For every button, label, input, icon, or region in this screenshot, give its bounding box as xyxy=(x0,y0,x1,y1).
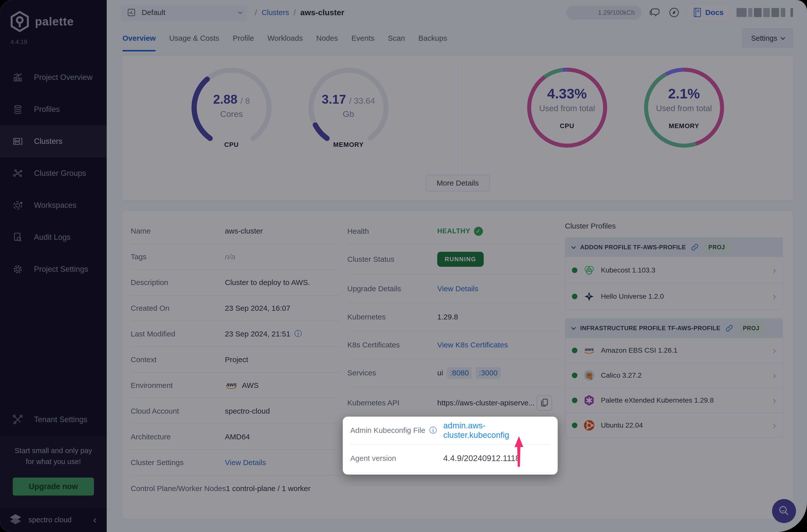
profile-item-name: Ubuntu 22.04 xyxy=(601,421,643,429)
memory-gauge: 3.17 / 33.64 Gb MEMORY xyxy=(306,65,391,150)
detail-label: Name xyxy=(131,227,225,235)
agent-version-value: 4.4.9/20240912.1118 xyxy=(443,454,520,463)
service-port-8080-link[interactable]: :8080 xyxy=(447,367,472,379)
detail-row-services: Services ui :8080 :3000 xyxy=(347,359,559,387)
profile-item-name: Calico 3.27.2 xyxy=(601,372,642,379)
detail-row-nodes: Control Plane/Worker Nodes 1 control-pla… xyxy=(131,476,339,501)
chat-button[interactable] xyxy=(649,6,661,18)
memory-usage-caption: Used from total xyxy=(656,104,712,113)
sidebar-item-cluster-groups[interactable]: Cluster Groups xyxy=(0,157,107,189)
tab-nodes[interactable]: Nodes xyxy=(316,25,338,52)
cpu-capacity: / 8 xyxy=(240,96,250,106)
cpu-usage-donut: 4.33% Used from total CPU xyxy=(525,65,609,150)
sidebar-item-label: Tenant Settings xyxy=(34,415,88,424)
last-modified-value: 23 Sep 2024, 21:51 xyxy=(225,330,290,338)
search-fab-button[interactable] xyxy=(772,499,796,523)
breadcrumb-current: aws-cluster xyxy=(300,8,344,17)
profile-item-amazon-ebs-csi[interactable]: aws Amazon EBS CSI 1.26.1 › xyxy=(565,338,783,363)
more-details-button[interactable]: More Details xyxy=(426,175,490,192)
detail-label: Last Modified xyxy=(131,330,225,338)
addon-profile-header[interactable]: ADDON PROFILE TF-AWS-PROFILE PROJ xyxy=(565,238,783,257)
tab-profile[interactable]: Profile xyxy=(233,25,254,52)
memory-capacity: / 33.64 xyxy=(349,96,375,106)
detail-label: Cloud Account xyxy=(131,407,225,415)
sidebar-item-label: Profiles xyxy=(34,105,60,114)
sidebar-item-tenant-settings[interactable]: Tenant Settings xyxy=(0,404,107,436)
docs-button[interactable]: Docs xyxy=(687,4,729,20)
detail-row-last-modified: Last Modified 23 Sep 2024, 21:51 ⓘ xyxy=(131,321,339,347)
pointer-arrow xyxy=(514,437,523,467)
nodes-icon xyxy=(12,168,23,179)
agent-version-label: Agent version xyxy=(350,454,396,462)
calico-icon xyxy=(583,369,595,382)
view-details-link[interactable]: View Details xyxy=(225,458,266,467)
copy-button[interactable] xyxy=(537,395,552,411)
logo-wordmark: palette xyxy=(35,15,74,28)
tab-workloads[interactable]: Workloads xyxy=(267,25,303,52)
pxk-icon xyxy=(583,394,595,406)
info-icon[interactable]: ⓘ xyxy=(294,329,302,339)
check-icon: ✓ xyxy=(474,227,483,236)
info-icon[interactable]: ⓘ xyxy=(429,425,437,436)
settings-button[interactable]: Settings xyxy=(743,28,793,48)
detail-row-context: Context Project xyxy=(131,347,339,373)
admin-kubeconfig-download-link[interactable]: admin.aws-cluster.kubeconfig xyxy=(443,421,550,440)
profile-item-palette-extended-kubernetes[interactable]: Palette eXtended Kubernetes 1.29.8 › xyxy=(565,388,783,413)
gear-icon xyxy=(12,264,23,275)
detail-label: Kubernetes xyxy=(347,313,437,321)
sidebar-item-clusters[interactable]: Clusters xyxy=(0,126,107,157)
detail-label: Kubernetes API xyxy=(347,399,437,407)
chevron-right-icon: › xyxy=(773,420,776,431)
profile-item-kubecost[interactable]: Kubecost 1.103.3 › xyxy=(565,257,783,283)
memory-usage-donut: 2.1% Used from total MEMORY xyxy=(642,65,727,150)
collapse-sidebar-icon[interactable]: ‹ xyxy=(93,514,97,526)
tab-events[interactable]: Events xyxy=(351,25,374,52)
profile-item-calico[interactable]: Calico 3.27.2 › xyxy=(565,363,783,388)
service-port-3000-link[interactable]: :3000 xyxy=(476,367,501,379)
book-icon xyxy=(693,7,702,18)
detail-value: 23 Sep 2024, 21:51 ⓘ xyxy=(225,329,302,339)
capacity-gauges: 2.88 / 8 Cores CPU xyxy=(123,56,457,200)
help-button[interactable] xyxy=(668,7,680,18)
kubernetes-version: 1.29.8 xyxy=(437,313,458,321)
project-selector[interactable]: Default xyxy=(121,4,247,20)
status-badge: RUNNING xyxy=(437,252,484,267)
upgrade-now-button[interactable]: Upgrade now xyxy=(13,478,94,496)
sidebar-item-audit-logs[interactable]: Audit Logs xyxy=(0,221,107,253)
sidebar-item-project-overview[interactable]: Project Overview xyxy=(0,61,107,93)
cpu-usage-percent: 4.33% xyxy=(547,86,587,102)
breadcrumb-clusters-link[interactable]: Clusters xyxy=(262,8,289,17)
sidebar-item-project-settings[interactable]: Project Settings xyxy=(0,253,107,285)
link-icon xyxy=(691,243,699,251)
profile-item-hello-universe[interactable]: Hello Universe 1.2.0 › xyxy=(565,283,783,309)
detail-label: Admin Kubeconfig File ⓘ xyxy=(350,425,443,436)
search-icon xyxy=(777,505,790,517)
tools-icon xyxy=(12,414,23,425)
sidebar-item-label: Project Overview xyxy=(34,73,92,82)
upgrade-view-details-link[interactable]: View Details xyxy=(437,284,478,293)
detail-label: Agent version xyxy=(350,454,443,462)
tab-backups[interactable]: Backups xyxy=(418,25,447,52)
breadcrumb: / Clusters / aws-cluster xyxy=(255,8,344,17)
status-dot xyxy=(572,373,577,378)
detail-value: aws-cluster xyxy=(225,227,263,235)
sidebar-item-workspaces[interactable]: Workspaces xyxy=(0,189,107,221)
app-version: 4.4.19 xyxy=(0,32,107,45)
profile-item-ubuntu[interactable]: Ubuntu 22.04 › xyxy=(565,413,783,438)
status-dot xyxy=(572,423,577,428)
upgrade-promo: Start small and only pay for what you us… xyxy=(0,436,107,507)
tab-usage-costs[interactable]: Usage & Costs xyxy=(169,25,219,52)
view-k8s-certificates-link[interactable]: View K8s Certificates xyxy=(437,341,508,349)
logo: palette xyxy=(0,0,107,32)
detail-value: n/a xyxy=(225,252,236,261)
chevron-down-icon xyxy=(781,35,785,40)
detail-row-cloud-account: Cloud Account spectro-cloud xyxy=(131,398,339,424)
tab-scan[interactable]: Scan xyxy=(388,25,405,52)
sidebar-nav: Project Overview Profiles Clusters xyxy=(0,61,107,285)
sidebar-footer: spectro cloud ‹ xyxy=(0,507,107,532)
tab-overview[interactable]: Overview xyxy=(123,25,156,52)
detail-row-cluster-status: Cluster Status RUNNING xyxy=(347,245,559,274)
sidebar-item-profiles[interactable]: Profiles xyxy=(0,93,107,126)
chevron-down-icon xyxy=(238,10,242,14)
infrastructure-profile-header[interactable]: INFRASTRUCTURE PROFILE TF-AWS-PROFILE PR… xyxy=(565,319,783,338)
